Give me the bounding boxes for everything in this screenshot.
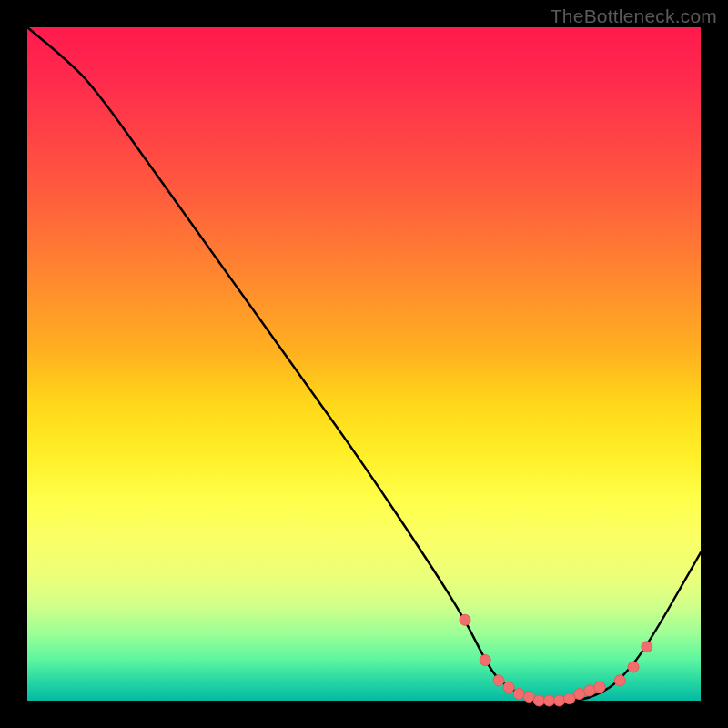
plot-area xyxy=(27,27,701,701)
svg-point-5 xyxy=(523,692,534,703)
svg-point-13 xyxy=(614,675,625,686)
svg-point-1 xyxy=(480,655,490,666)
svg-point-8 xyxy=(554,695,565,706)
svg-point-12 xyxy=(594,682,605,693)
chart-svg xyxy=(27,27,701,701)
svg-point-3 xyxy=(503,682,514,693)
svg-point-2 xyxy=(493,675,504,686)
svg-point-6 xyxy=(533,695,544,706)
watermark-text: TheBottleneck.com xyxy=(551,5,717,27)
svg-point-10 xyxy=(574,689,585,700)
chart-line xyxy=(27,27,701,701)
chart-frame: TheBottleneck.com xyxy=(0,0,728,728)
svg-point-9 xyxy=(564,693,575,704)
svg-point-0 xyxy=(460,614,470,625)
svg-point-14 xyxy=(628,662,639,672)
chart-markers xyxy=(460,614,652,706)
svg-point-7 xyxy=(544,695,555,706)
svg-point-11 xyxy=(584,685,595,696)
svg-point-15 xyxy=(642,642,652,652)
svg-point-4 xyxy=(513,689,524,700)
